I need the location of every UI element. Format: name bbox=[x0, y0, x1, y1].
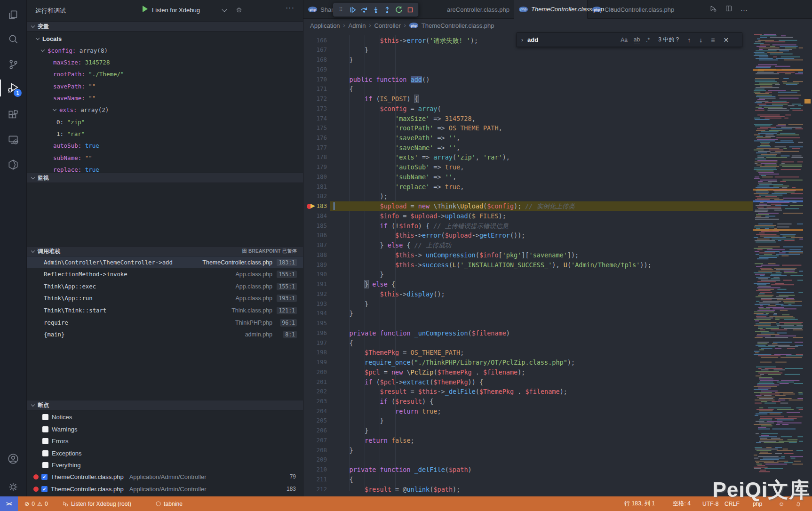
tab-themecontroller[interactable]: php ThemeController.class.php × bbox=[514, 0, 588, 19]
code-line[interactable]: 183 $upload = new \Think\Upload($config)… bbox=[303, 201, 753, 211]
line-number[interactable]: 170 bbox=[303, 75, 327, 85]
find-input[interactable]: add bbox=[527, 36, 538, 43]
line-number[interactable]: 186 bbox=[303, 231, 327, 240]
more-actions-icon[interactable]: ··· bbox=[286, 4, 295, 12]
code-line[interactable]: 178 'exts' => array('zip', 'rar'), bbox=[303, 152, 753, 162]
search-icon[interactable] bbox=[0, 29, 26, 49]
breadcrumb[interactable]: Application› Admin› Controller› php Them… bbox=[303, 19, 753, 32]
line-number[interactable]: 181 bbox=[303, 182, 327, 192]
tab-cloudcontroller[interactable]: php CloudController.class.php bbox=[588, 0, 671, 19]
breadcrumb-item[interactable]: Controller bbox=[374, 22, 400, 29]
variables-section-header[interactable]: 变量 bbox=[27, 21, 303, 32]
checkbox-unchecked[interactable] bbox=[42, 462, 48, 468]
checkbox-unchecked[interactable] bbox=[42, 414, 48, 420]
arrow-down-icon[interactable]: ↓ bbox=[699, 36, 702, 44]
code-line[interactable]: 197 { bbox=[303, 338, 753, 348]
chevron-down-icon[interactable] bbox=[41, 48, 45, 52]
match-case-icon[interactable]: Aa bbox=[621, 37, 628, 43]
code-line[interactable]: 207 return false; bbox=[303, 436, 753, 446]
code-line[interactable]: 168 } bbox=[303, 55, 753, 65]
line-number[interactable]: 197 bbox=[303, 338, 327, 348]
line-number[interactable]: 179 bbox=[303, 162, 327, 172]
whole-word-icon[interactable]: ab bbox=[634, 36, 640, 43]
line-number[interactable]: 167 bbox=[303, 45, 327, 55]
source-control-icon[interactable] bbox=[0, 54, 26, 75]
line-number[interactable]: 169 bbox=[303, 65, 327, 75]
toggle-replace-icon[interactable]: › bbox=[517, 36, 527, 43]
code-line[interactable]: 209 bbox=[303, 455, 753, 465]
code-line[interactable]: 181 'replace' => true, bbox=[303, 182, 753, 192]
exception-breakpoint-row[interactable]: Warnings bbox=[27, 423, 303, 435]
callstack-frame[interactable]: {main}admin.php8:1 bbox=[27, 329, 303, 341]
line-number[interactable]: 210 bbox=[303, 465, 327, 475]
line-number[interactable]: 194 bbox=[303, 309, 327, 319]
step-into-icon[interactable] bbox=[371, 5, 381, 15]
line-number[interactable]: 201 bbox=[303, 377, 327, 387]
code-line[interactable]: 204 return true; bbox=[303, 407, 753, 416]
code-line[interactable]: 192 $this->display(); bbox=[303, 289, 753, 299]
code-line[interactable]: 195 bbox=[303, 319, 753, 328]
breadcrumb-item[interactable]: Application bbox=[310, 22, 340, 29]
line-number[interactable]: 207 bbox=[303, 436, 327, 446]
callstack-frame[interactable]: Admin\Controller\ThemeController->addThe… bbox=[27, 256, 303, 268]
callstack-frame[interactable]: Think\App::runApp.class.php193:1 bbox=[27, 293, 303, 304]
restart-icon[interactable] bbox=[394, 5, 404, 15]
arrow-up-icon[interactable]: ↑ bbox=[687, 36, 691, 44]
line-number[interactable]: 189 bbox=[303, 260, 327, 270]
line-number[interactable]: 166 bbox=[303, 36, 327, 46]
exception-breakpoint-row[interactable]: Exceptions bbox=[27, 447, 303, 459]
line-number[interactable]: 212 bbox=[303, 485, 327, 495]
stop-icon[interactable] bbox=[406, 5, 415, 15]
line-number[interactable]: 184 bbox=[303, 211, 327, 221]
code-line[interactable]: 201 if ($pcl->extract($ThemePkg)) { bbox=[303, 377, 753, 387]
line-number[interactable]: 173 bbox=[303, 104, 327, 114]
drag-handle-icon[interactable]: ⠿ bbox=[336, 5, 346, 15]
line-number[interactable]: 191 bbox=[303, 279, 327, 289]
code-line[interactable]: 172 if (IS_POST) { bbox=[303, 94, 753, 104]
line-number[interactable]: 182 bbox=[303, 192, 327, 201]
variable-row[interactable]: maxSize: 3145728 bbox=[27, 56, 303, 69]
minimap[interactable] bbox=[753, 32, 803, 496]
line-number[interactable]: 171 bbox=[303, 84, 327, 94]
extensions-icon[interactable] bbox=[0, 105, 26, 126]
code-line[interactable]: 212 $result = @unlink($path); bbox=[303, 485, 753, 495]
line-number[interactable]: 196 bbox=[303, 328, 327, 338]
find-in-selection-icon[interactable]: ≡ bbox=[711, 36, 715, 44]
variable-row[interactable]: exts: array(2) bbox=[27, 104, 303, 116]
line-number[interactable]: 193 bbox=[303, 299, 327, 309]
code-line[interactable]: 187 } else { // 上传成功 bbox=[303, 240, 753, 250]
exception-breakpoint-row[interactable]: Notices bbox=[27, 411, 303, 423]
code-line[interactable]: 198 $ThemePkg = OS_THEME_PATH; bbox=[303, 348, 753, 358]
checkbox-unchecked[interactable] bbox=[42, 450, 48, 456]
breadcrumb-item[interactable]: Admin bbox=[349, 22, 366, 29]
files-icon[interactable] bbox=[0, 5, 26, 25]
checkbox-checked[interactable]: ✓ bbox=[41, 486, 48, 492]
code-line[interactable]: 193 } bbox=[303, 299, 753, 309]
code-line[interactable]: 180 'subName' => '', bbox=[303, 172, 753, 182]
code-line[interactable]: 208 } bbox=[303, 446, 753, 455]
callstack-frame[interactable]: Think\Think::startThink.class.php121:1 bbox=[27, 304, 303, 316]
remote-explorer-icon[interactable] bbox=[0, 129, 26, 150]
callstack-section-header[interactable]: 调用堆栈 因 BREAKPOINT 已暂停 bbox=[27, 246, 303, 256]
watch-section-header[interactable]: 监视 bbox=[27, 173, 303, 183]
breakpoints-section-header[interactable]: 断点 bbox=[27, 400, 303, 410]
code-line[interactable]: 177 'saveName' => '', bbox=[303, 143, 753, 153]
code-line[interactable]: 175 'rootPath' => OS_THEME_PATH, bbox=[303, 123, 753, 133]
debug-config-dropdown[interactable]: Listen for Xdebug bbox=[152, 7, 200, 14]
code-line[interactable]: 190 } bbox=[303, 270, 753, 279]
code-line[interactable]: 210 private function _delFile($path) bbox=[303, 465, 753, 475]
line-number[interactable]: 203 bbox=[303, 397, 327, 407]
gear-icon[interactable] bbox=[235, 6, 243, 16]
breakpoint-row[interactable]: ✓ThemeController.class.phpApplication/Ad… bbox=[27, 483, 303, 495]
code-line[interactable]: 199 require_once("./ThinkPHP/Library/OT/… bbox=[303, 358, 753, 367]
line-number[interactable]: 208 bbox=[303, 446, 327, 455]
line-number[interactable]: 187 bbox=[303, 240, 327, 250]
variable-row[interactable]: savePath: "" bbox=[27, 80, 303, 92]
code-line[interactable]: 200 $pcl = new \PclZip($ThemePkg . $file… bbox=[303, 367, 753, 377]
package-icon[interactable] bbox=[0, 154, 26, 175]
tabnine-status[interactable]: tabnine bbox=[155, 496, 183, 511]
close-icon[interactable]: ✕ bbox=[723, 36, 729, 44]
line-number[interactable]: 183 bbox=[303, 201, 327, 211]
line-number[interactable]: 190 bbox=[303, 270, 327, 279]
line-number[interactable]: 209 bbox=[303, 455, 327, 465]
